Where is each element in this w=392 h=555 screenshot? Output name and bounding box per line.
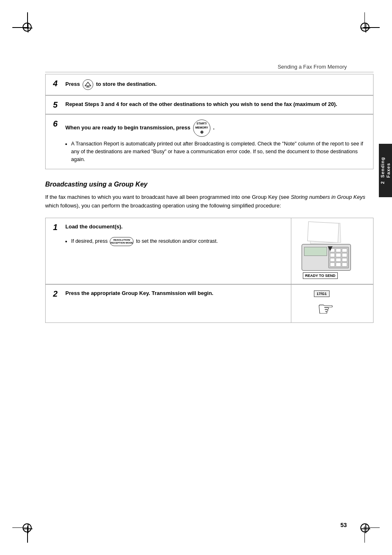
fax-key (336, 258, 341, 262)
step1-bullet-suffix: to set the resolution and/or contrast. (136, 238, 218, 244)
fax-key (330, 258, 335, 262)
corner-line-tr-v (364, 12, 365, 29)
intro-italic: Storing numbers in Group Keys (291, 194, 365, 200)
fax-display (304, 247, 327, 256)
fax-key (330, 263, 335, 267)
fax-key (342, 258, 347, 262)
step-5-instruction: Repeat Steps 3 and 4 for each of the oth… (65, 101, 366, 108)
start-label-1: START/ (196, 122, 207, 125)
intro-part2: which follows), you can perform the broa… (45, 203, 281, 209)
svg-marker-0 (85, 82, 91, 86)
group-key-illustration: 17/G1 ☞ (310, 290, 355, 318)
step-1-header: 1 Load the document(s). (53, 223, 284, 231)
step-1-left: 1 Load the document(s). If desired, pres… (46, 218, 291, 284)
start-label-2: MEMORY (195, 126, 208, 129)
corner-line-br-h (363, 527, 380, 528)
store-svg (85, 82, 91, 88)
section-heading: Broadcasting using a Group Key (45, 181, 374, 188)
hand-pointing-icon: ☞ (317, 299, 334, 318)
step-5-number: 5 (53, 101, 62, 109)
step-1-bullet: If desired, press RESOLUTION/ RECEPTION … (53, 237, 284, 246)
step-2-header: 2 Press the appropriate Group Key. Trans… (53, 290, 284, 298)
step-6-number: 6 (53, 120, 62, 128)
page-header: Sending a Fax From Memory (278, 64, 347, 70)
step4-prefix: Press (65, 81, 81, 87)
reg-mark-br (360, 523, 369, 532)
section-intro: If the fax machines to which you want to… (45, 193, 374, 210)
page-title: Sending a Fax From Memory (278, 64, 347, 70)
step-1-bullet-item: If desired, press RESOLUTION/ RECEPTION … (71, 237, 284, 246)
fax-key (342, 263, 347, 267)
store-icon (83, 79, 93, 90)
step-1-box: 1 Load the document(s). If desired, pres… (45, 218, 374, 284)
corner-line-tl-h (12, 27, 29, 28)
fax-key (336, 249, 341, 253)
fax-illustration: ▼ (300, 222, 365, 280)
side-tab: 2 SendingFaxes (379, 144, 392, 197)
step-1-image: ▼ (291, 218, 373, 284)
step-6-instruction: When you are ready to begin transmission… (65, 120, 366, 137)
step1-bullet-prefix: If desired, press (71, 238, 109, 244)
step-2-image: 17/G1 ☞ (291, 285, 373, 322)
step-6-bullet-item: A Transaction Report is automatically pr… (71, 140, 366, 163)
corner-line-bl-h (12, 527, 29, 528)
step-5-header: 5 Repeat Steps 3 and 4 for each of the o… (53, 101, 366, 109)
step6-suffix: . (213, 124, 214, 131)
fax-key (336, 263, 341, 267)
step-4-instruction: Press to store the destination. (65, 79, 366, 90)
side-tab-text: 2 SendingFaxes (380, 157, 392, 184)
step-1-number: 1 (53, 223, 62, 231)
step-6-box: 6 When you are ready to begin transmissi… (45, 114, 374, 169)
intro-part1: If the fax machines to which you want to… (45, 194, 291, 200)
step-2-instruction: Press the appropriate Group Key. Transmi… (65, 290, 284, 297)
fax-paper-1 (307, 221, 339, 243)
step-2-left: 2 Press the appropriate Group Key. Trans… (46, 285, 291, 322)
step-2-box: 2 Press the appropriate Group Key. Trans… (45, 284, 374, 323)
step6-prefix: When you are ready to begin transmission… (65, 124, 192, 131)
start-symbol: ⊕ (200, 129, 203, 135)
step-6-header: 6 When you are ready to begin transmissi… (53, 120, 366, 137)
step-6-bullet: A Transaction Report is automatically pr… (53, 140, 366, 163)
fax-key (330, 253, 335, 257)
main-content: 4 Press to store the destination. (45, 74, 374, 514)
res-label-2: RECEPTION MODE (111, 242, 133, 244)
step-5-box: 5 Repeat Steps 3 and 4 for each of the o… (45, 95, 374, 114)
step-4-number: 4 (53, 79, 62, 88)
ready-to-send: READY TO SEND (303, 272, 338, 279)
fax-key (342, 249, 347, 253)
step-1-instruction: Load the document(s). (65, 223, 284, 230)
res-label-1: RESOLUTION/ (113, 239, 130, 242)
fax-arrow: ▼ (326, 244, 334, 253)
corner-line-br-v (364, 526, 365, 543)
corner-line-tl-v (27, 12, 28, 29)
resolution-icon: RESOLUTION/ RECEPTION MODE (110, 237, 134, 246)
group-key-label: 17/G1 (314, 290, 330, 297)
step4-suffix: to store the destination. (96, 81, 157, 87)
start-memory-icon: START/ MEMORY ⊕ (193, 120, 210, 137)
step-2-number: 2 (53, 290, 62, 298)
step-4-box: 4 Press to store the destination. (45, 74, 374, 95)
step-4-header: 4 Press to store the destination. (53, 79, 366, 90)
corner-line-bl-v (27, 526, 28, 543)
header-divider (45, 72, 374, 72)
page-number: 53 (340, 522, 347, 528)
fax-key (342, 253, 347, 257)
fax-key (336, 253, 341, 257)
corner-line-tr-h (363, 27, 380, 28)
